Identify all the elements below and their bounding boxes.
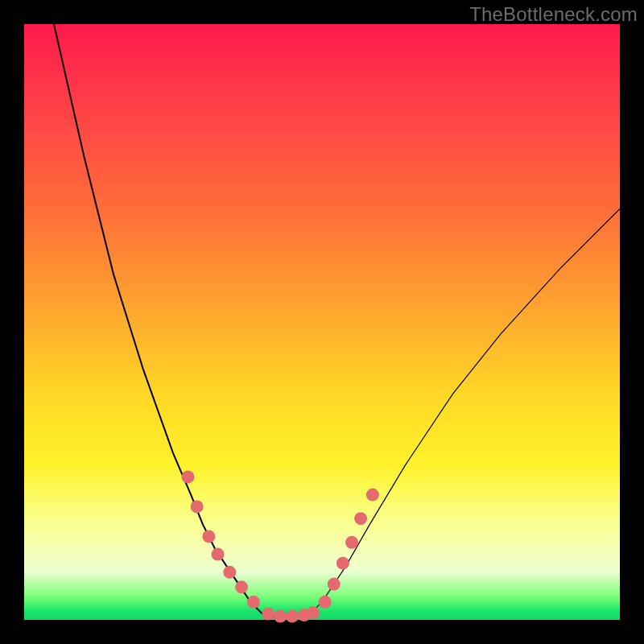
watermark-text: TheBottleneck.com <box>469 3 638 26</box>
marker-point <box>345 536 358 549</box>
marker-point <box>235 580 248 593</box>
curve-left-branch <box>54 24 262 614</box>
marker-point <box>223 566 236 579</box>
marker-point <box>274 610 287 623</box>
marker-point <box>307 606 320 619</box>
curve-right-branch <box>310 208 620 613</box>
marker-point <box>247 596 260 609</box>
marker-point <box>328 578 341 591</box>
marker-point <box>319 596 332 609</box>
marker-point <box>212 548 225 561</box>
marker-point <box>191 500 204 513</box>
marker-point <box>354 512 367 525</box>
marker-point <box>262 608 275 621</box>
marker-point <box>286 610 299 623</box>
curve-right-branch-path <box>310 208 620 613</box>
marker-point <box>336 557 349 570</box>
plot-area <box>24 24 620 620</box>
curve-markers <box>182 470 379 622</box>
curve-left-branch-path <box>54 24 262 614</box>
marker-point <box>182 470 195 483</box>
marker-point <box>366 489 379 502</box>
outer-frame: TheBottleneck.com <box>0 0 644 644</box>
marker-point <box>202 530 215 543</box>
bottleneck-curve <box>24 24 620 620</box>
